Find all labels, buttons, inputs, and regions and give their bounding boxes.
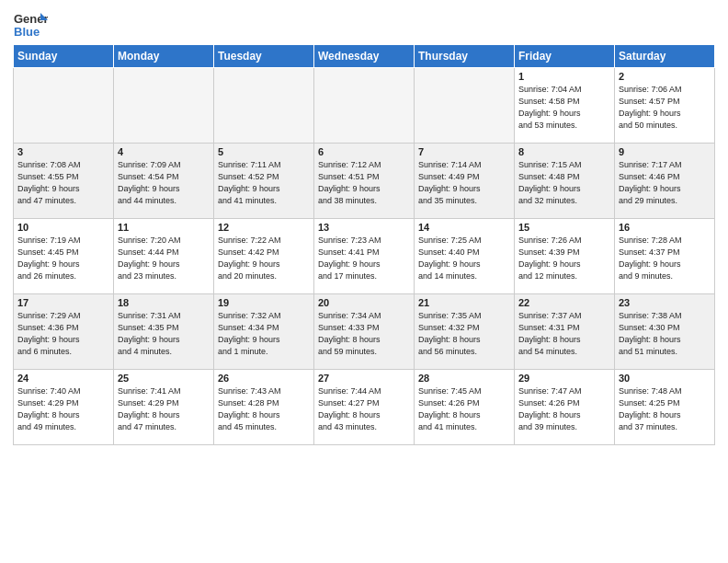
day-number: 18 [118,297,210,308]
day-info: Sunrise: 7:06 AMSunset: 4:57 PMDaylight:… [619,84,711,132]
day-info: Sunrise: 7:43 AMSunset: 4:28 PMDaylight:… [218,385,310,433]
day-number: 28 [418,373,510,384]
calendar-cell [314,68,415,144]
calendar-cell: 24Sunrise: 7:40 AMSunset: 4:29 PMDayligh… [14,370,114,445]
calendar-cell [415,68,515,144]
calendar-cell: 18Sunrise: 7:31 AMSunset: 4:35 PMDayligh… [114,294,214,370]
weekday-header: Monday [114,45,214,68]
day-number: 25 [118,373,210,384]
day-number: 29 [518,373,610,384]
calendar-cell [14,68,114,144]
day-info: Sunrise: 7:28 AMSunset: 4:37 PMDaylight:… [619,235,711,282]
day-info: Sunrise: 7:35 AMSunset: 4:32 PMDaylight:… [418,310,510,358]
page-container: General Blue SundayMondayTuesdayWednesda… [0,0,728,563]
day-number: 19 [218,297,310,308]
day-info: Sunrise: 7:29 AMSunset: 4:36 PMDaylight:… [17,310,109,358]
day-number: 16 [619,222,711,233]
weekday-header: Wednesday [314,45,415,68]
day-number: 5 [218,146,310,157]
calendar-week-row: 3Sunrise: 7:08 AMSunset: 4:55 PMDaylight… [14,144,715,219]
day-number: 8 [518,146,610,157]
weekday-header: Saturday [615,45,715,68]
calendar-cell: 19Sunrise: 7:32 AMSunset: 4:34 PMDayligh… [214,294,314,370]
calendar-cell: 8Sunrise: 7:15 AMSunset: 4:48 PMDaylight… [515,144,615,219]
day-number: 30 [619,373,711,384]
day-info: Sunrise: 7:38 AMSunset: 4:30 PMDaylight:… [619,310,711,358]
calendar-cell [214,68,314,144]
day-info: Sunrise: 7:14 AMSunset: 4:49 PMDaylight:… [418,159,510,207]
day-number: 13 [318,222,410,233]
calendar-cell: 14Sunrise: 7:25 AMSunset: 4:40 PMDayligh… [415,219,515,294]
calendar-cell: 16Sunrise: 7:28 AMSunset: 4:37 PMDayligh… [615,219,715,294]
day-info: Sunrise: 7:47 AMSunset: 4:26 PMDaylight:… [518,385,610,433]
day-info: Sunrise: 7:04 AMSunset: 4:58 PMDaylight:… [518,84,610,132]
calendar-cell: 26Sunrise: 7:43 AMSunset: 4:28 PMDayligh… [214,370,314,445]
day-info: Sunrise: 7:41 AMSunset: 4:29 PMDaylight:… [118,385,210,433]
day-number: 22 [518,297,610,308]
calendar-cell: 11Sunrise: 7:20 AMSunset: 4:44 PMDayligh… [114,219,214,294]
day-number: 9 [619,146,711,157]
day-info: Sunrise: 7:48 AMSunset: 4:25 PMDaylight:… [619,385,711,433]
day-info: Sunrise: 7:12 AMSunset: 4:51 PMDaylight:… [318,159,410,207]
calendar-cell: 28Sunrise: 7:45 AMSunset: 4:26 PMDayligh… [415,370,515,445]
calendar-week-row: 24Sunrise: 7:40 AMSunset: 4:29 PMDayligh… [14,370,715,445]
day-number: 3 [17,146,109,157]
day-info: Sunrise: 7:23 AMSunset: 4:41 PMDaylight:… [318,235,410,282]
calendar-cell: 29Sunrise: 7:47 AMSunset: 4:26 PMDayligh… [515,370,615,445]
day-number: 6 [318,146,410,157]
day-number: 7 [418,146,510,157]
calendar-cell: 6Sunrise: 7:12 AMSunset: 4:51 PMDaylight… [314,144,415,219]
day-number: 17 [17,297,109,308]
day-info: Sunrise: 7:31 AMSunset: 4:35 PMDaylight:… [118,310,210,358]
day-number: 21 [418,297,510,308]
day-number: 27 [318,373,410,384]
day-number: 23 [619,297,711,308]
weekday-header: Thursday [415,45,515,68]
calendar-cell: 5Sunrise: 7:11 AMSunset: 4:52 PMDaylight… [214,144,314,219]
day-number: 2 [619,71,711,82]
day-info: Sunrise: 7:08 AMSunset: 4:55 PMDaylight:… [17,159,109,207]
calendar-cell: 3Sunrise: 7:08 AMSunset: 4:55 PMDaylight… [14,144,114,219]
day-number: 1 [518,71,610,82]
calendar-cell: 2Sunrise: 7:06 AMSunset: 4:57 PMDaylight… [615,68,715,144]
calendar-cell: 17Sunrise: 7:29 AMSunset: 4:36 PMDayligh… [14,294,114,370]
calendar-cell: 9Sunrise: 7:17 AMSunset: 4:46 PMDaylight… [615,144,715,219]
calendar-week-row: 1Sunrise: 7:04 AMSunset: 4:58 PMDaylight… [14,68,715,144]
day-info: Sunrise: 7:11 AMSunset: 4:52 PMDaylight:… [218,159,310,207]
svg-text:Blue: Blue [14,25,40,39]
day-info: Sunrise: 7:37 AMSunset: 4:31 PMDaylight:… [518,310,610,358]
weekday-header: Sunday [14,45,114,68]
day-number: 20 [318,297,410,308]
calendar-cell: 27Sunrise: 7:44 AMSunset: 4:27 PMDayligh… [314,370,415,445]
calendar-cell: 1Sunrise: 7:04 AMSunset: 4:58 PMDaylight… [515,68,615,144]
day-number: 11 [118,222,210,233]
day-info: Sunrise: 7:22 AMSunset: 4:42 PMDaylight:… [218,235,310,282]
day-info: Sunrise: 7:26 AMSunset: 4:39 PMDaylight:… [518,235,610,282]
day-number: 24 [17,373,109,384]
day-info: Sunrise: 7:45 AMSunset: 4:26 PMDaylight:… [418,385,510,433]
day-number: 14 [418,222,510,233]
calendar-header-row: SundayMondayTuesdayWednesdayThursdayFrid… [14,45,715,68]
calendar-table: SundayMondayTuesdayWednesdayThursdayFrid… [13,44,715,445]
day-info: Sunrise: 7:09 AMSunset: 4:54 PMDaylight:… [118,159,210,207]
calendar-cell: 10Sunrise: 7:19 AMSunset: 4:45 PMDayligh… [14,219,114,294]
day-info: Sunrise: 7:44 AMSunset: 4:27 PMDaylight:… [318,385,410,433]
day-info: Sunrise: 7:32 AMSunset: 4:34 PMDaylight:… [218,310,310,358]
calendar-cell: 13Sunrise: 7:23 AMSunset: 4:41 PMDayligh… [314,219,415,294]
calendar-cell: 12Sunrise: 7:22 AMSunset: 4:42 PMDayligh… [214,219,314,294]
page-header: General Blue [13,9,715,40]
calendar-cell: 15Sunrise: 7:26 AMSunset: 4:39 PMDayligh… [515,219,615,294]
day-number: 4 [118,146,210,157]
logo-icon: General Blue [13,9,48,40]
logo: General Blue [13,9,48,40]
calendar-cell: 30Sunrise: 7:48 AMSunset: 4:25 PMDayligh… [615,370,715,445]
day-info: Sunrise: 7:15 AMSunset: 4:48 PMDaylight:… [518,159,610,207]
calendar-cell: 4Sunrise: 7:09 AMSunset: 4:54 PMDaylight… [114,144,214,219]
calendar-week-row: 17Sunrise: 7:29 AMSunset: 4:36 PMDayligh… [14,294,715,370]
calendar-cell [114,68,214,144]
calendar-cell: 23Sunrise: 7:38 AMSunset: 4:30 PMDayligh… [615,294,715,370]
day-number: 15 [518,222,610,233]
day-info: Sunrise: 7:17 AMSunset: 4:46 PMDaylight:… [619,159,711,207]
day-number: 26 [218,373,310,384]
day-info: Sunrise: 7:20 AMSunset: 4:44 PMDaylight:… [118,235,210,282]
